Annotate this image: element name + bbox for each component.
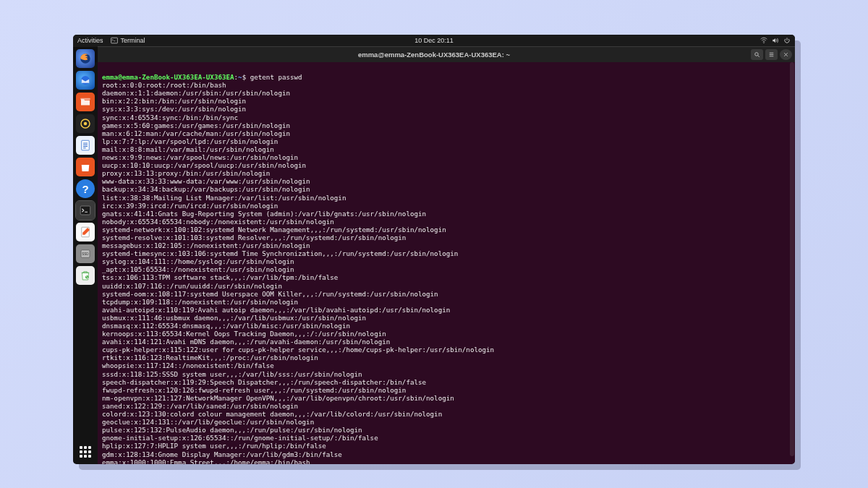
- scrollbar[interactable]: [790, 62, 794, 464]
- svg-rect-0: [111, 38, 117, 43]
- window-titlebar: emma@emma-ZenBook-UX363EA-UX363EA: ~: [73, 46, 795, 62]
- dock-software[interactable]: [76, 158, 95, 176]
- dock: ? SSD: [73, 46, 98, 464]
- dock-rhythmbox[interactable]: [76, 114, 95, 133]
- files-icon: [79, 95, 92, 108]
- thunderbird-icon: [79, 74, 92, 87]
- terminal-output[interactable]: emma@emma-ZenBook-UX363EA-UX363EA:~$ get…: [98, 62, 795, 464]
- text-editor-icon: [79, 226, 92, 239]
- svg-rect-7: [82, 140, 90, 150]
- activities-button[interactable]: Activities: [77, 37, 103, 44]
- apps-grid-icon: [80, 446, 91, 458]
- svg-point-13: [755, 53, 759, 56]
- close-window-button[interactable]: [780, 49, 792, 60]
- firefox-icon: [79, 52, 92, 65]
- svg-rect-4: [80, 98, 90, 100]
- terminal-icon: [111, 37, 118, 44]
- dock-writer[interactable]: [76, 136, 95, 155]
- dock-thunderbird[interactable]: [76, 71, 95, 90]
- prompt-user-host: emma@emma-ZenBook-UX363EA-UX363EA: [102, 73, 234, 81]
- hamburger-icon: [768, 51, 775, 58]
- svg-text:SSD: SSD: [82, 252, 89, 256]
- disk-icon: SSD: [79, 247, 92, 260]
- search-button[interactable]: [751, 49, 763, 60]
- current-app-indicator[interactable]: Terminal: [111, 37, 145, 44]
- shopping-bag-icon: [79, 160, 92, 174]
- power-icon[interactable]: [783, 37, 791, 44]
- svg-point-6: [84, 122, 88, 126]
- close-icon: [783, 51, 789, 58]
- command-output: root:x:0:0:root:/root:/bin/bash daemon:x…: [102, 81, 494, 464]
- trash-icon: [79, 269, 92, 282]
- gnome-top-bar: Activities Terminal 10 Dec 20:11: [73, 35, 795, 46]
- desktop-screenshot: Activities Terminal 10 Dec 20:11: [73, 35, 795, 464]
- search-icon: [754, 51, 760, 58]
- dock-disk[interactable]: SSD: [76, 244, 95, 263]
- clock[interactable]: 10 Dec 20:11: [414, 37, 454, 44]
- terminal-app-icon: [79, 204, 92, 217]
- dock-trash[interactable]: [76, 266, 95, 285]
- volume-icon[interactable]: [772, 37, 779, 44]
- current-app-label: Terminal: [121, 37, 145, 44]
- show-applications-button[interactable]: [76, 442, 95, 461]
- hamburger-menu-button[interactable]: [765, 49, 778, 60]
- dock-help[interactable]: ?: [76, 179, 95, 198]
- svg-rect-8: [80, 206, 90, 215]
- music-icon: [79, 117, 92, 130]
- svg-point-1: [763, 43, 764, 43]
- window-title: emma@emma-ZenBook-UX363EA-UX363EA: ~: [358, 51, 510, 59]
- dock-text-editor[interactable]: [76, 223, 95, 241]
- scrollbar-thumb[interactable]: [790, 62, 794, 456]
- dock-files[interactable]: [76, 93, 95, 111]
- wifi-icon[interactable]: [760, 37, 767, 44]
- help-icon: ?: [82, 183, 88, 195]
- dock-terminal[interactable]: [76, 201, 95, 220]
- prompt-dollar: $: [242, 73, 247, 81]
- dock-firefox[interactable]: [76, 49, 95, 68]
- entered-command: getent passwd: [250, 73, 302, 81]
- document-icon: [79, 139, 92, 152]
